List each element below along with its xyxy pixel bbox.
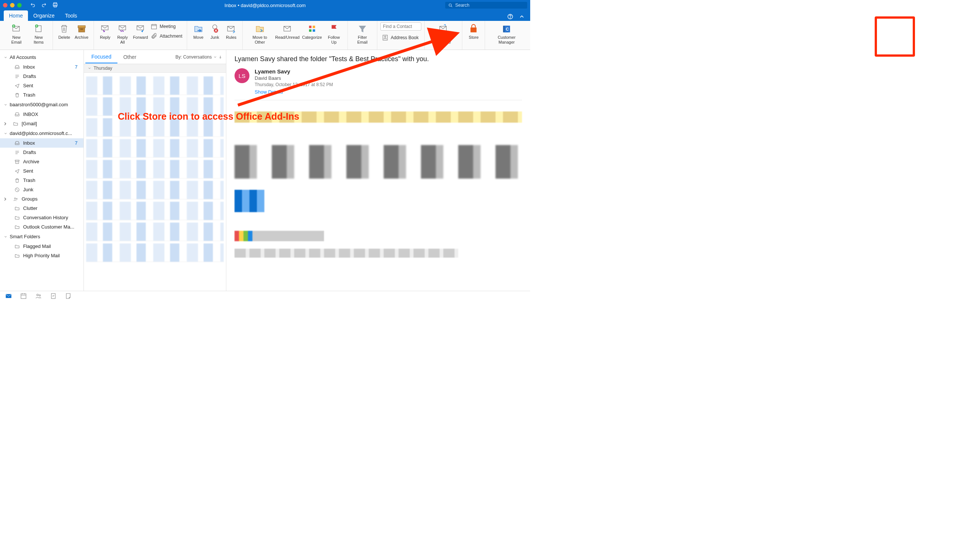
tab-tools[interactable]: Tools <box>60 11 82 21</box>
sidebar-item-conversation-history[interactable]: Conversation History <box>0 213 84 222</box>
message-item[interactable] <box>86 139 224 158</box>
sidebar-item-trash[interactable]: Trash <box>0 90 84 99</box>
move-icon <box>194 23 203 34</box>
reply-all-button[interactable]: Reply All <box>113 22 132 48</box>
notes-nav-icon[interactable] <box>65 293 71 301</box>
forward-button[interactable]: Forward <box>132 22 149 48</box>
date-group-header[interactable]: Thursday <box>84 64 226 73</box>
send-receive-button[interactable]: Send & Receive <box>428 22 459 48</box>
people-nav-icon[interactable] <box>35 293 42 301</box>
sidebar-item-clutter[interactable]: Clutter <box>0 203 84 213</box>
message-list-header: Focused Other By: Conversations <box>84 50 226 64</box>
svg-rect-22 <box>312 26 315 28</box>
new-items-icon <box>34 23 43 34</box>
sidebar-account-header[interactable]: baarstron5000@gmail.com <box>0 99 84 110</box>
archive-button[interactable]: Archive <box>72 22 91 48</box>
message-item[interactable] <box>86 244 224 262</box>
svg-rect-11 <box>79 28 85 32</box>
message-item[interactable] <box>86 118 224 137</box>
sidebar-item-inbox[interactable]: Inbox7 <box>0 138 84 147</box>
follow-up-button[interactable]: Follow Up <box>323 22 345 48</box>
tasks-nav-icon[interactable] <box>50 293 57 301</box>
message-item[interactable] <box>86 97 224 116</box>
new-email-button[interactable]: New Email <box>5 22 28 48</box>
chevron-down-icon <box>213 55 217 59</box>
read-unread-button[interactable]: Read/Unread <box>274 22 301 48</box>
tab-home[interactable]: Home <box>4 11 28 21</box>
recipient-name: David Baars <box>255 75 333 81</box>
search-icon <box>448 3 453 8</box>
sidebar-item-outlook-customer-ma-[interactable]: Outlook Customer Ma... <box>0 222 84 231</box>
undo-icon[interactable] <box>30 2 36 9</box>
categorize-button[interactable]: Categorize <box>301 22 324 48</box>
move-button[interactable]: Move <box>190 22 206 48</box>
message-item[interactable] <box>86 223 224 241</box>
message-item[interactable] <box>86 160 224 178</box>
svg-point-34 <box>16 198 17 199</box>
sidebar-item-inbox[interactable]: INBOX <box>0 110 84 119</box>
search-input[interactable] <box>455 3 524 8</box>
new-items-label: New Items <box>30 35 47 44</box>
quick-access <box>30 2 58 9</box>
svg-point-5 <box>510 17 511 18</box>
filter-email-button[interactable]: Filter Email <box>351 22 374 48</box>
store-button[interactable]: Store <box>465 22 482 48</box>
move-to-other-button[interactable]: Move to Other <box>246 22 274 48</box>
message-list[interactable] <box>84 73 226 291</box>
meeting-button[interactable]: Meeting <box>149 22 184 31</box>
store-icon <box>469 23 478 34</box>
svg-rect-24 <box>312 29 315 32</box>
sidebar-item-groups[interactable]: Groups <box>0 194 84 203</box>
sidebar-item-high-priority-mail[interactable]: High Priority Mail <box>0 251 84 260</box>
message-list-pane: Focused Other By: Conversations Thursday <box>84 50 226 291</box>
other-tab[interactable]: Other <box>118 51 143 63</box>
sidebar-item-flagged-mail[interactable]: Flagged Mail <box>0 242 84 251</box>
focused-tab[interactable]: Focused <box>85 51 118 64</box>
send-receive-icon <box>438 23 448 34</box>
close-window-button[interactable] <box>3 3 8 8</box>
titlebar: Inbox • david@pldco.onmicrosoft.com <box>0 0 530 11</box>
sidebar-item-sent[interactable]: Sent <box>0 166 84 175</box>
sidebar-item-archive[interactable]: Archive <box>0 157 84 166</box>
ribbon: New Email New Items Delete Archive Reply… <box>0 21 530 50</box>
sidebar-item-drafts[interactable]: Drafts <box>0 71 84 81</box>
svg-point-38 <box>39 295 40 296</box>
tab-organize[interactable]: Organize <box>28 11 60 21</box>
address-book-button[interactable]: Address Book <box>380 34 421 42</box>
rules-button[interactable]: Rules <box>223 22 239 48</box>
print-icon[interactable] <box>52 2 58 9</box>
sidebar-item-junk[interactable]: Junk <box>0 185 84 194</box>
junk-button[interactable]: Junk <box>206 22 223 48</box>
new-items-button[interactable]: New Items <box>28 22 50 48</box>
sort-by-button[interactable]: By: Conversations <box>175 54 225 60</box>
help-icon[interactable] <box>507 13 514 21</box>
sidebar-item-sent[interactable]: Sent <box>0 81 84 90</box>
message-item[interactable] <box>86 181 224 200</box>
bottom-nav <box>0 291 530 302</box>
minimize-window-button[interactable] <box>10 3 14 8</box>
sidebar-item-trash[interactable]: Trash <box>0 175 84 185</box>
sidebar-account-header[interactable]: All Accounts <box>0 52 84 62</box>
delete-button[interactable]: Delete <box>56 22 72 48</box>
customer-manager-button[interactable]: C Customer Manager <box>488 22 525 48</box>
calendar-nav-icon[interactable] <box>20 293 27 301</box>
sidebar-item-drafts[interactable]: Drafts <box>0 147 84 157</box>
sidebar-account-header[interactable]: Smart Folders <box>0 231 84 242</box>
sidebar-account-header[interactable]: david@pldco.onmicrosoft.c... <box>0 128 84 138</box>
show-details-link[interactable]: Show Details <box>255 89 333 95</box>
zoom-window-button[interactable] <box>17 3 22 8</box>
find-contact-input[interactable] <box>380 22 421 31</box>
redo-icon[interactable] <box>41 2 47 9</box>
folder-sidebar[interactable]: All AccountsInbox7DraftsSentTrashbaarstr… <box>0 50 84 291</box>
mail-nav-icon[interactable] <box>5 293 12 301</box>
read-unread-icon <box>282 23 292 34</box>
reply-button[interactable]: Reply <box>97 22 113 48</box>
chevron-down-icon <box>88 67 92 70</box>
message-item[interactable] <box>86 76 224 95</box>
sidebar-item-inbox[interactable]: Inbox7 <box>0 62 84 71</box>
sidebar-item--gmail-[interactable]: [Gmail] <box>0 119 84 128</box>
message-item[interactable] <box>86 202 224 220</box>
attachment-button[interactable]: Attachment <box>149 32 184 40</box>
collapse-ribbon-icon[interactable] <box>518 13 525 21</box>
search-box[interactable] <box>445 2 527 9</box>
